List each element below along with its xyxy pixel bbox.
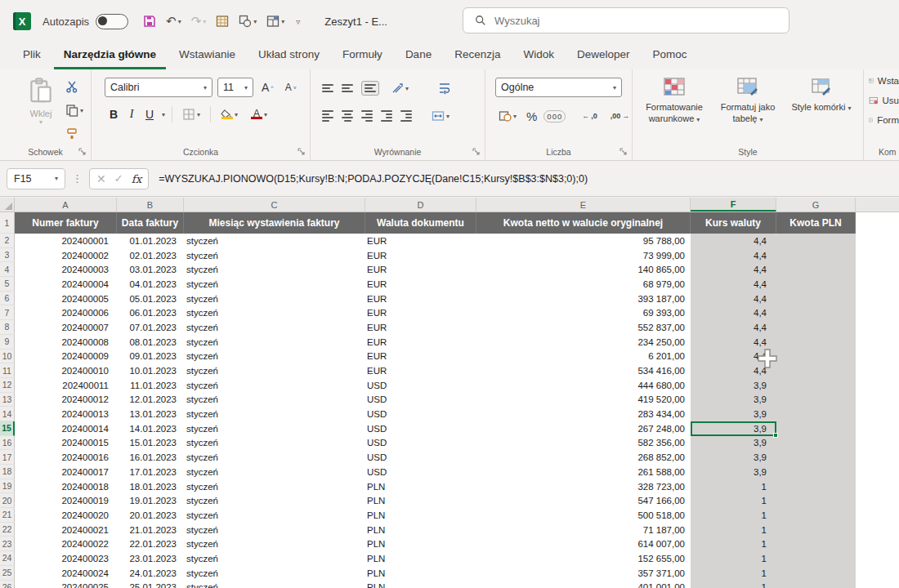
number-dialog-launcher[interactable] (619, 148, 628, 156)
cell-E4[interactable]: 140 865,00 (476, 262, 691, 277)
cell-C23[interactable]: styczeń (184, 537, 365, 551)
insert-cells-button[interactable]: Wsta (869, 74, 899, 87)
row-header[interactable]: 20 (0, 493, 15, 508)
tab-widok[interactable]: Widok (513, 43, 564, 69)
empty-cell[interactable] (856, 493, 899, 508)
cell-A24[interactable]: 202400023 (15, 551, 117, 566)
font-size-select[interactable]: 11▾ (217, 78, 253, 97)
cell-C24[interactable]: styczeń (184, 551, 365, 566)
row-header[interactable]: 22 (0, 523, 15, 537)
cell-B24[interactable]: 23.01.2023 (117, 551, 184, 566)
cell-F14[interactable]: 3,9 (691, 407, 776, 421)
cell-E22[interactable]: 71 187,00 (476, 523, 691, 537)
column-header-C[interactable]: C (184, 198, 365, 212)
cell-B2[interactable]: 01.01.2023 (117, 234, 184, 248)
align-left-button[interactable] (322, 110, 333, 122)
qat-overflow-button[interactable]: ▿ (291, 15, 303, 29)
cell-G15[interactable] (776, 421, 856, 436)
row-header[interactable]: 14 (0, 407, 15, 421)
format-cells-button[interactable]: Form (869, 114, 899, 127)
cell-D18[interactable]: USD (365, 465, 476, 479)
clipboard-dialog-launcher[interactable] (78, 148, 87, 156)
decrease-decimal-button[interactable]: ,00→ (607, 109, 633, 122)
cell-G24[interactable] (776, 551, 856, 566)
row-header[interactable]: 8 (0, 320, 15, 335)
cell-C6[interactable]: styczeń (184, 292, 365, 306)
cell-G11[interactable] (776, 363, 856, 378)
cell-F18[interactable]: 3,9 (691, 465, 776, 479)
cell-D23[interactable]: PLN (365, 537, 476, 551)
cell-F8[interactable]: 4,4 (691, 320, 776, 335)
header-cell[interactable]: Kurs waluty (691, 212, 776, 234)
row-header[interactable]: 25 (0, 566, 15, 581)
paste-button[interactable]: Wklej ▾ (21, 78, 60, 126)
cell-A14[interactable]: 202400013 (15, 407, 117, 421)
cell-C10[interactable]: styczeń (184, 350, 365, 364)
cell-D2[interactable]: EUR (365, 234, 476, 248)
empty-cell[interactable] (856, 350, 899, 364)
cell-F26[interactable]: 1 (691, 581, 776, 588)
cell-C11[interactable]: styczeń (184, 363, 365, 378)
header-cell[interactable]: Kwota PLN (776, 212, 856, 234)
cell-G23[interactable] (776, 537, 856, 551)
cell-G21[interactable] (776, 508, 856, 523)
cell-D12[interactable]: USD (365, 378, 476, 393)
cell-C19[interactable]: styczeń (184, 479, 365, 494)
empty-cell[interactable] (856, 508, 899, 523)
row-header[interactable]: 4 (0, 262, 15, 277)
header-cell[interactable]: Waluta dokumentu (365, 212, 476, 234)
empty-cell[interactable] (856, 292, 899, 306)
cell-D15[interactable]: USD (365, 421, 476, 436)
shapes-button[interactable]: ▾ (235, 12, 260, 30)
font-name-select[interactable]: Calibri▾ (105, 78, 212, 97)
cell-E16[interactable]: 582 356,00 (476, 436, 691, 451)
search-input[interactable] (494, 15, 740, 27)
tab-narz-dzia-g-wne[interactable]: Narzędzia główne (54, 43, 166, 69)
cell-C13[interactable]: styczeń (184, 393, 365, 408)
cell-A18[interactable]: 202400017 (15, 465, 117, 479)
italic-button[interactable]: I (126, 108, 137, 121)
cell-A15[interactable]: 202400014 (15, 421, 117, 436)
header-cell[interactable]: Numer faktury (15, 212, 117, 234)
cell-A16[interactable]: 202400015 (15, 436, 117, 451)
header-cell[interactable]: Kwota netto w walucie oryginalnej (476, 212, 691, 234)
empty-cell[interactable] (856, 277, 899, 292)
cell-A19[interactable]: 202400018 (15, 479, 117, 494)
cell-A17[interactable]: 202400016 (15, 450, 117, 465)
cell-A23[interactable]: 202400022 (15, 537, 117, 551)
cell-G7[interactable] (776, 305, 856, 320)
cell-A4[interactable]: 202400003 (15, 262, 117, 277)
cell-E13[interactable]: 419 520,00 (476, 393, 691, 408)
underline-button[interactable]: U (144, 108, 155, 121)
empty-cell[interactable] (856, 523, 899, 537)
row-header[interactable]: 7 (0, 305, 15, 320)
table-button[interactable] (212, 12, 232, 30)
cell-C16[interactable]: styczeń (184, 436, 365, 451)
increase-font-button[interactable]: A^ (258, 78, 277, 96)
empty-cell[interactable] (856, 335, 899, 350)
cell-E26[interactable]: 401 001,00 (476, 581, 691, 588)
tab-uk-ad-strony[interactable]: Układ strony (248, 43, 329, 69)
header-cell[interactable]: Data faktury (117, 212, 184, 234)
row-header[interactable]: 15 (0, 421, 15, 436)
empty-cell[interactable] (856, 212, 899, 234)
cell-D11[interactable]: EUR (365, 363, 476, 378)
cell-G16[interactable] (776, 436, 856, 451)
empty-cell[interactable] (856, 407, 899, 421)
cell-G26[interactable] (776, 581, 856, 588)
cell-E25[interactable]: 357 371,00 (476, 566, 691, 581)
cell-D21[interactable]: PLN (365, 508, 476, 523)
cell-C8[interactable]: styczeń (184, 320, 365, 335)
cell-G17[interactable] (776, 450, 856, 465)
cell-C9[interactable]: styczeń (184, 335, 365, 350)
cell-F7[interactable]: 4,4 (691, 305, 776, 320)
cell-F25[interactable]: 1 (691, 566, 776, 581)
empty-cell[interactable] (856, 363, 899, 378)
cell-C25[interactable]: styczeń (184, 566, 365, 581)
insert-function-button[interactable]: fx (132, 172, 142, 185)
percent-style-button[interactable]: % (526, 109, 537, 123)
empty-cell[interactable] (856, 465, 899, 479)
cell-D20[interactable]: PLN (365, 493, 476, 508)
row-header[interactable]: 3 (0, 248, 15, 263)
cell-D16[interactable]: USD (365, 436, 476, 451)
